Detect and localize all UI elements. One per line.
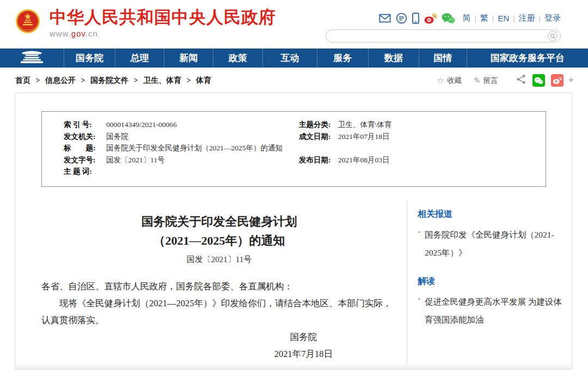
pencil-icon: ✎	[474, 76, 481, 86]
bullet-icon: ·	[418, 223, 421, 241]
article-salutation: 各省、自治区、直辖市人民政府，国务院各部委、各直属机构：	[41, 278, 397, 295]
mail-icon[interactable]	[379, 14, 391, 23]
meta-subject-category: 主题分类: 卫生、体育\体育	[298, 119, 546, 131]
article-title: 国务院关于印发全民健身计划 （2021—2025年）的通知	[41, 212, 397, 250]
breadcrumb-row: 首页 > 信息公开 > 国务院文件 > 卫生、体育 > 体育 ☆ 收藏 ✎ 留言	[0, 68, 588, 93]
star-icon: ☆	[437, 76, 444, 86]
weibo-icon[interactable]	[424, 13, 437, 24]
nav-item-guowuyuan[interactable]: 国务院	[64, 48, 115, 68]
meta-publish-date: 发布日期: 2021年08月03日	[298, 154, 546, 166]
meta-written-date: 成文日期: 2021年07月18日	[298, 131, 546, 143]
meta-index-number: 索 引 号: 000014349/2021-00066	[42, 119, 298, 131]
site-logo[interactable]: 中华人民共和国中央人民政府 www.gov.cn	[15, 8, 276, 39]
document-metadata: 索 引 号: 000014349/2021-00066 发文机关: 国务院 标 …	[41, 111, 546, 187]
logo-text: 中华人民共和国中央人民政府 www.gov.cn	[50, 8, 276, 38]
breadcrumb-home[interactable]: 首页	[15, 76, 30, 84]
interpretation-link[interactable]: · 促进全民健身更高水平发展 为建设体育强国添能加油	[418, 293, 562, 329]
breadcrumb-info-disclosure[interactable]: 信息公开	[45, 76, 76, 84]
breadcrumb-sports[interactable]: 体育	[196, 76, 211, 84]
main-nav: 国务院 总理 新闻 政策 互动 服务 数据 国情 国家政务服务平台	[0, 48, 588, 68]
meta-issuing-agency: 发文机关: 国务院	[42, 131, 298, 143]
search-input[interactable]	[333, 31, 540, 41]
share-icon[interactable]	[516, 74, 526, 87]
document-main-row: 国务院关于印发全民健身计划 （2021—2025年）的通知 国发〔2021〕11…	[16, 200, 572, 370]
site-url: www.gov.cn	[50, 29, 276, 38]
nav-home[interactable]	[0, 48, 64, 68]
meta-doc-number: 发文字号: 国发〔2021〕11号	[42, 154, 298, 166]
nav-item-shuju[interactable]: 数据	[369, 48, 419, 68]
meta-title: 标 题: 国务院关于印发全民健身计划（2021—2025年）的通知	[42, 142, 298, 154]
mobile-icon[interactable]	[412, 13, 419, 24]
article-doc-number: 国发〔2021〕11号	[41, 254, 397, 265]
nav-item-service-platform[interactable]: 国家政务服务平台	[467, 48, 588, 68]
nav-item-guoqing[interactable]: 国情	[419, 48, 467, 68]
article-paragraph: 现将《全民健身计划（2021—2025年）》印发给你们，请结合本地区、本部门实际…	[41, 295, 397, 329]
interpretation-list: · 促进全民健身更高水平发展 为建设体育强国添能加油	[418, 293, 562, 329]
register-link[interactable]: 注册	[519, 13, 535, 23]
nav-item-zhengce[interactable]: 政策	[213, 48, 263, 68]
weibo-share-icon[interactable]	[551, 74, 564, 87]
related-reports-title: 相关报道	[418, 209, 562, 220]
nav-item-fuwu[interactable]: 服务	[317, 48, 369, 68]
meta-subject-words: 主 题 词:	[42, 166, 298, 178]
related-report-link[interactable]: · 国务院印发《全民健身计划（2021- 2025年）》	[418, 226, 562, 262]
sign-date: 2021年7月18日	[274, 345, 333, 362]
header-quick-links: 简 | 繁 | EN | 注册 | 登录	[374, 12, 561, 24]
nav-item-zongli[interactable]: 总理	[115, 48, 164, 68]
related-reports-list: · 国务院印发《全民健身计划（2021- 2025年）》	[418, 226, 562, 262]
document-panel: 索 引 号: 000014349/2021-00066 发文机关: 国务院 标 …	[15, 93, 572, 370]
tiananmen-icon	[19, 50, 45, 66]
article: 国务院关于印发全民健身计划 （2021—2025年）的通知 国发〔2021〕11…	[16, 200, 407, 370]
bullet-icon: ·	[418, 290, 421, 308]
site-title: 中华人民共和国中央人民政府	[50, 8, 276, 27]
related-reports-section: 相关报道 · 国务院印发《全民健身计划（2021- 2025年）》	[418, 209, 562, 262]
share-cluster: +	[516, 74, 574, 87]
page-tools: ☆ 收藏 ✎ 留言 +	[425, 74, 574, 87]
site-header: 中华人民共和国中央人民政府 www.gov.cn	[0, 0, 588, 48]
login-link[interactable]: 登录	[544, 13, 561, 23]
favorite-button[interactable]: ☆ 收藏	[437, 76, 461, 86]
page: 中华人民共和国中央人民政府 www.gov.cn	[0, 0, 588, 370]
search-box	[326, 29, 561, 43]
breadcrumb-health-sports[interactable]: 卫生、体育	[143, 76, 181, 84]
wechat-icon[interactable]	[442, 13, 455, 24]
sidebar: 相关报道 · 国务院印发《全民健身计划（2021- 2025年）》 解读 · 促…	[407, 200, 572, 370]
lang-simplified-link[interactable]: 简	[463, 13, 471, 23]
interpretation-title: 解读	[418, 276, 562, 287]
signature-block: 国务院 2021年7月18日	[274, 329, 333, 362]
message-button[interactable]: ✎ 留言	[474, 76, 498, 86]
lang-traditional-link[interactable]: 繁	[480, 13, 488, 23]
signer: 国务院	[274, 329, 333, 345]
bottom-fade	[16, 363, 572, 370]
breadcrumb: 首页 > 信息公开 > 国务院文件 > 卫生、体育 > 体育	[15, 76, 211, 86]
breadcrumb-state-council-docs[interactable]: 国务院文件	[90, 76, 128, 84]
metadata-right-column: 主题分类: 卫生、体育\体育 成文日期: 2021年07月18日 发布日期: 2…	[298, 119, 546, 178]
language-links: 简 | 繁 | EN | 注册 | 登录	[463, 13, 561, 23]
article-body: 各省、自治区、直辖市人民政府，国务院各部委、各直属机构： 现将《全民健身计划（2…	[41, 278, 397, 329]
lang-english-link[interactable]: EN	[498, 14, 509, 23]
comment-icon[interactable]	[396, 13, 407, 24]
wechat-share-icon[interactable]	[532, 74, 545, 87]
more-share-button[interactable]: +	[568, 75, 574, 86]
search-icon[interactable]	[548, 31, 558, 41]
metadata-left-column: 索 引 号: 000014349/2021-00066 发文机关: 国务院 标 …	[42, 119, 298, 178]
interpretation-section: 解读 · 促进全民健身更高水平发展 为建设体育强国添能加油	[418, 276, 562, 329]
nav-item-hudong[interactable]: 互动	[263, 48, 317, 68]
header-right: 简 | 繁 | EN | 注册 | 登录	[326, 12, 561, 43]
nav-item-xinwen[interactable]: 新闻	[164, 48, 213, 68]
national-emblem-icon	[15, 8, 41, 39]
